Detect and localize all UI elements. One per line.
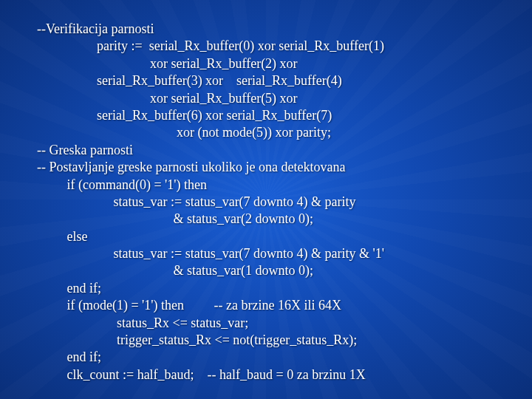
code-line: status_Rx <= status_var; <box>37 316 248 330</box>
code-line: --Verifikacija parnosti <box>37 21 154 36</box>
code-line: -- Postavljanje greske parnosti ukoliko … <box>37 160 345 174</box>
code-line: trigger_status_Rx <= not(trigger_status_… <box>37 332 357 347</box>
code-line: status_var := status_var(7 downto 4) & p… <box>37 246 384 261</box>
code-line: end if; <box>37 349 101 364</box>
code-line: xor (not mode(5)) xor parity; <box>37 125 331 140</box>
code-line: end if; <box>37 281 101 296</box>
code-line: clk_count := half_baud; -- half_baud = 0… <box>37 367 366 382</box>
code-line: & status_var(2 downto 0); <box>37 211 313 226</box>
code-block: --Verifikacija parnosti parity := serial… <box>37 21 510 383</box>
code-line: -- Greska parnosti <box>37 143 133 157</box>
code-line: serial_Rx_buffer(3) xor serial_Rx_buffer… <box>37 73 342 88</box>
code-line: else <box>37 229 87 244</box>
code-line: xor serial_Rx_buffer(2) xor <box>37 56 298 71</box>
code-line: if (mode(1) = '1') then -- za brzine 16X… <box>37 298 341 313</box>
code-line: if (command(0) = '1') then <box>37 177 207 192</box>
code-line: xor serial_Rx_buffer(5) xor <box>37 91 298 106</box>
code-line: status_var := status_var(7 downto 4) & p… <box>37 194 356 209</box>
code-line: & status_var(1 downto 0); <box>37 263 313 278</box>
code-line: parity := serial_Rx_buffer(0) xor serial… <box>37 38 384 53</box>
code-line: serial_Rx_buffer(6) xor serial_Rx_buffer… <box>37 108 332 123</box>
